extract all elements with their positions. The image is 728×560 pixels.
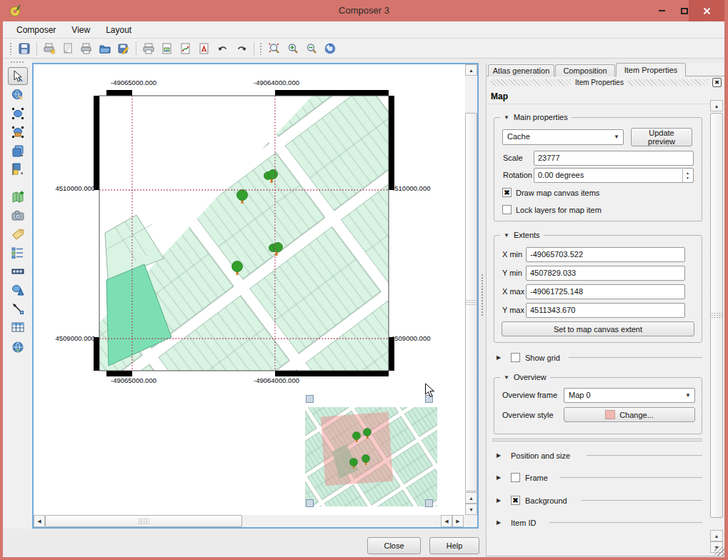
duplicate-composer-button[interactable]: [59, 40, 77, 57]
scroll-up-button-2[interactable]: ▲: [710, 530, 723, 541]
zoom-full-button[interactable]: [265, 40, 284, 57]
scroll-up-button[interactable]: ▲: [465, 64, 477, 76]
rotation-input[interactable]: 0.00 degrees ▲▼: [534, 168, 694, 183]
add-shape-button[interactable]: [8, 281, 28, 299]
overview-style-change-button[interactable]: Change...: [564, 407, 695, 422]
tab-item-properties[interactable]: Item Properties: [616, 63, 686, 76]
select-items-button[interactable]: [8, 104, 28, 122]
export-image-button[interactable]: [158, 40, 176, 57]
panel-scroll-thumb[interactable]: [710, 113, 723, 518]
save-as-template-button[interactable]: [114, 40, 133, 57]
add-legend-button[interactable]: [8, 244, 28, 261]
menu-composer[interactable]: Composer: [10, 23, 62, 37]
lock-layers-checkbox[interactable]: [502, 205, 512, 214]
section-item-id[interactable]: ▶ Item ID: [494, 518, 702, 528]
xmax-input[interactable]: -49061725.148: [526, 284, 685, 299]
tab-atlas-generation[interactable]: Atlas generation: [488, 64, 554, 76]
toolbar-grip[interactable]: [9, 42, 13, 55]
canvas-vscrollbar[interactable]: ▲ ▲ ▼: [465, 64, 477, 515]
panel-resize-grip[interactable]: [714, 546, 724, 556]
expand-triangle-icon[interactable]: ▶: [497, 474, 501, 481]
align-items-button[interactable]: [8, 160, 28, 178]
collapse-triangle-icon[interactable]: ▼: [504, 114, 509, 121]
scroll-left-button-2[interactable]: ◀: [441, 515, 452, 527]
selection-handle-bottom-right[interactable]: [425, 499, 433, 507]
close-dialog-button[interactable]: Close: [367, 537, 421, 554]
transform-item-button[interactable]: [8, 123, 28, 141]
toolbar-grip[interactable]: [259, 42, 263, 55]
collapse-triangle-icon[interactable]: ▼: [504, 232, 509, 239]
section-show-grid[interactable]: ▶ Show grid: [494, 353, 702, 363]
scale-input[interactable]: 23777: [534, 151, 694, 166]
save-button[interactable]: [15, 40, 34, 57]
close-button[interactable]: [689, 0, 724, 21]
preview-mode-combo[interactable]: Cache ▼: [502, 129, 624, 145]
add-table-button[interactable]: [8, 318, 28, 336]
draw-canvas-items-checkbox[interactable]: ✖: [502, 188, 512, 197]
panel-splitter[interactable]: [479, 63, 486, 529]
zoom-in-button[interactable]: [284, 40, 302, 57]
add-html-button[interactable]: [8, 338, 28, 356]
frame-checkbox[interactable]: [511, 473, 520, 482]
show-grid-checkbox[interactable]: [511, 353, 520, 362]
toolbar-separator: [36, 41, 37, 56]
add-scalebar-button[interactable]: [8, 262, 28, 280]
selection-handle-top-left[interactable]: [306, 395, 314, 403]
vscroll-thumb[interactable]: [465, 113, 477, 491]
composition-canvas[interactable]: -49065000.000 -49064000.000 -49065000.00…: [32, 63, 479, 529]
section-background[interactable]: ▶ ✖ Background: [494, 496, 702, 506]
move-item-content-button[interactable]: [8, 86, 28, 104]
add-map-button[interactable]: [8, 188, 28, 206]
raise-items-button[interactable]: [8, 141, 28, 159]
minimize-button[interactable]: [652, 0, 672, 21]
scroll-down-button[interactable]: ▼: [465, 504, 477, 515]
add-arrow-button[interactable]: [8, 299, 28, 317]
section-frame[interactable]: ▶ Frame: [494, 473, 702, 483]
expand-triangle-icon[interactable]: ▶: [497, 497, 501, 504]
overview-frame-combo[interactable]: Map 0 ▼: [564, 388, 695, 403]
export-svg-button[interactable]: [176, 40, 195, 57]
overview-map-item[interactable]: [305, 407, 437, 506]
select-move-item-button[interactable]: [8, 67, 28, 85]
collapse-triangle-icon[interactable]: ▼: [504, 374, 509, 381]
refresh-button[interactable]: [321, 40, 339, 57]
tab-composition[interactable]: Composition: [555, 64, 615, 76]
hscroll-thumb[interactable]: [45, 515, 242, 527]
menu-view[interactable]: View: [65, 23, 96, 37]
toolbar-grip[interactable]: [10, 61, 24, 64]
print-button[interactable]: [139, 40, 158, 57]
update-preview-button[interactable]: Update preview: [631, 128, 692, 146]
ymax-input[interactable]: 4511343.670: [526, 303, 685, 318]
menu-layout[interactable]: Layout: [99, 23, 138, 37]
expand-triangle-icon[interactable]: ▶: [497, 519, 501, 526]
section-label: Background: [525, 496, 567, 505]
canvas-hscrollbar[interactable]: ◀ ◀ ▶: [34, 515, 465, 527]
ymin-input[interactable]: 4507829.033: [526, 266, 685, 281]
panel-vscrollbar[interactable]: ▲ ▲ ▼: [710, 100, 723, 553]
composer-manager-button[interactable]: [77, 40, 96, 57]
undo-button[interactable]: [214, 40, 232, 57]
background-checkbox[interactable]: ✖: [511, 496, 520, 505]
new-composer-button[interactable]: [40, 40, 59, 57]
dock-close-button[interactable]: ✖: [712, 78, 722, 87]
add-label-button[interactable]: [8, 225, 28, 243]
rotation-spinner[interactable]: ▲▼: [682, 169, 692, 182]
export-pdf-button[interactable]: [195, 40, 214, 57]
map-item[interactable]: [93, 89, 395, 377]
expand-triangle-icon[interactable]: ▶: [497, 452, 501, 459]
load-template-button[interactable]: [96, 40, 114, 57]
scroll-left-button[interactable]: ◀: [34, 515, 45, 527]
xmin-input[interactable]: -49065703.522: [526, 247, 685, 262]
add-image-button[interactable]: [8, 206, 28, 224]
help-button[interactable]: Help: [429, 537, 479, 554]
expand-triangle-icon[interactable]: ▶: [497, 354, 501, 361]
scroll-up-button-2[interactable]: ▲: [465, 492, 477, 504]
scroll-up-button[interactable]: ▲: [710, 100, 723, 111]
set-to-canvas-extent-button[interactable]: Set to map canvas extent: [502, 321, 694, 336]
section-position-and-size[interactable]: ▶ Position and size: [494, 451, 702, 461]
zoom-out-button[interactable]: [302, 40, 321, 57]
scroll-right-button[interactable]: ▶: [452, 515, 464, 527]
section-label: Frame: [525, 474, 548, 482]
selection-handle-bottom-left[interactable]: [306, 499, 314, 507]
redo-button[interactable]: [232, 40, 251, 57]
